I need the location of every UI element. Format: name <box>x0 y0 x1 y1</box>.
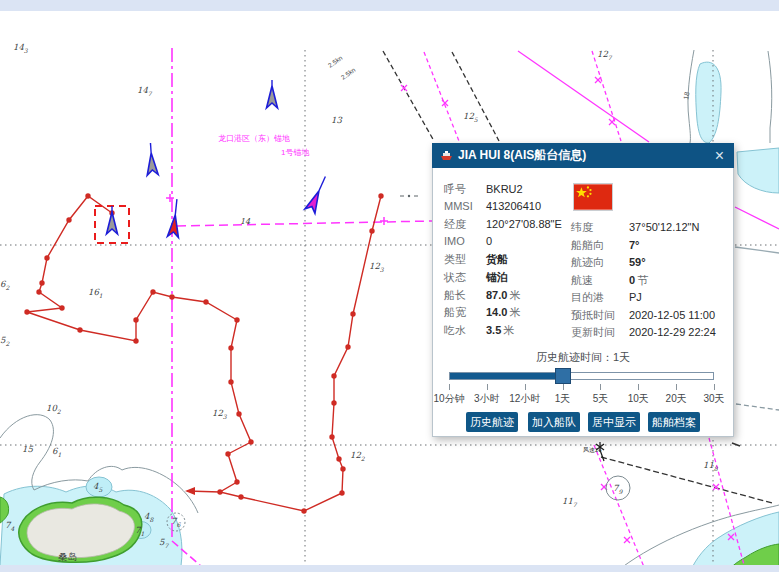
slider-tick-label[interactable]: 12小时 <box>509 392 540 406</box>
depth-sounding: 123 <box>369 261 385 273</box>
track-point[interactable] <box>77 327 82 332</box>
history-track[interactable] <box>27 196 381 511</box>
ship-icon <box>440 149 453 162</box>
track-point[interactable] <box>85 193 90 198</box>
ais-chart-app: 1414314713125127123161625212312210215614… <box>0 0 779 572</box>
join-fleet-button[interactable]: 加入船队 <box>528 412 580 432</box>
field-row: 船宽14.0米 <box>444 305 520 321</box>
slider-tick <box>676 384 677 390</box>
field-row: 航速0节 <box>571 273 648 289</box>
track-point[interactable] <box>378 193 383 198</box>
field-row: IMO0 <box>444 235 492 251</box>
track-point[interactable] <box>44 255 49 260</box>
track-point[interactable] <box>369 228 374 233</box>
shallow-water-area <box>737 148 779 193</box>
track-point[interactable] <box>228 345 233 350</box>
depth-sounding: 62 <box>0 279 10 291</box>
close-icon[interactable]: × <box>713 148 726 164</box>
chart-label: 龙口港区（东）锚地 <box>218 134 290 143</box>
depth-sounding: 61 <box>52 446 61 458</box>
track-point[interactable] <box>234 479 239 484</box>
slider-tick-label[interactable]: 20天 <box>666 392 687 406</box>
ais-ship-target[interactable] <box>145 143 158 176</box>
slider-tick-label[interactable]: 10天 <box>628 392 649 406</box>
chart-label: 18 <box>682 91 690 100</box>
field-row: 预抵时间2020-12-05 11:00 <box>571 308 715 324</box>
field-row: 航迹向59° <box>571 255 646 271</box>
depth-sounding: 118 <box>703 460 719 472</box>
track-point[interactable] <box>236 411 241 416</box>
depth-sounding: 127 <box>597 49 613 61</box>
ais-info-dialog: JIA HUI 8(AIS船台信息) × 呼号BKRU2 MMSI4132064… <box>432 143 734 437</box>
depth-sounding: 52 <box>0 335 10 347</box>
track-point[interactable] <box>133 338 138 343</box>
slider-tick-label[interactable]: 1天 <box>555 392 571 406</box>
track-point[interactable] <box>248 439 253 444</box>
track-point[interactable] <box>169 294 174 299</box>
field-row: 更新时间2020-12-29 22:24 <box>571 325 716 341</box>
track-point[interactable] <box>59 305 64 310</box>
track-point[interactable] <box>36 289 41 294</box>
field-row: 纬度37°50'12.12"N <box>571 220 699 236</box>
history-time-label: 历史航迹时间：1天 <box>433 350 733 365</box>
chart-line <box>736 404 779 410</box>
slider-tick <box>638 384 639 390</box>
ais-ship-target[interactable] <box>305 174 331 213</box>
ais-ship-target[interactable] <box>167 199 182 238</box>
track-point[interactable] <box>228 379 233 384</box>
depth-sounding: 125 <box>463 111 479 123</box>
track-point[interactable] <box>336 456 341 461</box>
slider-tick <box>714 384 715 390</box>
field-row: 船艏向7° <box>571 238 640 254</box>
track-point[interactable] <box>203 299 208 304</box>
track-point[interactable] <box>225 451 230 456</box>
grid-tick <box>732 443 740 446</box>
track-point[interactable] <box>133 317 138 322</box>
slider-handle[interactable] <box>555 368 571 384</box>
chart-line <box>594 445 646 572</box>
depth-sounding: 122 <box>350 450 366 462</box>
depth-sounding: 143 <box>13 42 29 54</box>
history-track-button[interactable]: 历史航迹 <box>466 412 518 432</box>
chart-label: 风速24 <box>583 447 602 453</box>
track-point[interactable] <box>331 400 336 405</box>
field-row: 经度120°27'08.88"E <box>444 217 562 233</box>
track-point[interactable] <box>350 311 355 316</box>
page-edge-top <box>0 0 779 11</box>
depth-sounding: 117 <box>562 496 578 508</box>
page-edge-bottom <box>0 565 779 572</box>
track-point[interactable] <box>339 490 344 495</box>
track-point[interactable] <box>329 434 334 439</box>
measure-label: 14 <box>240 217 251 226</box>
field-row: MMSI413206410 <box>444 200 541 216</box>
field-row: 状态锚泊 <box>444 270 508 286</box>
track-point[interactable] <box>66 217 71 222</box>
track-point[interactable] <box>331 373 336 378</box>
history-time-slider[interactable] <box>449 372 714 380</box>
track-point[interactable] <box>301 508 306 513</box>
ship-profile-button[interactable]: 船舶档案 <box>648 412 700 432</box>
field-row: 呼号BKRU2 <box>444 182 523 198</box>
field-row: 类型货船 <box>444 252 508 268</box>
track-point[interactable] <box>238 494 243 499</box>
dialog-titlebar[interactable]: JIA HUI 8(AIS船台信息) × <box>432 143 734 168</box>
chart-label: 1号锚地 <box>281 148 309 157</box>
track-point[interactable] <box>340 466 345 471</box>
dialog-title: JIA HUI 8(AIS船台信息) <box>458 147 586 164</box>
chart-line <box>424 52 459 141</box>
center-display-button[interactable]: 居中显示 <box>588 412 640 432</box>
track-point[interactable] <box>150 289 155 294</box>
track-point[interactable] <box>234 317 239 322</box>
china-flag <box>573 183 613 211</box>
chart-line <box>735 247 779 253</box>
track-point[interactable] <box>345 344 350 349</box>
slider-tick-label[interactable]: 3小时 <box>474 392 500 406</box>
slider-tick-label[interactable]: 10分钟 <box>433 392 464 406</box>
field-row: 吃水3.5米 <box>444 323 514 339</box>
slider-tick-label[interactable]: 30天 <box>703 392 724 406</box>
depth-sounding: 76 <box>171 516 181 528</box>
track-point[interactable] <box>39 280 44 285</box>
track-point[interactable] <box>24 309 29 314</box>
ais-ship-target[interactable] <box>267 80 278 108</box>
slider-tick-label[interactable]: 5天 <box>593 392 609 406</box>
